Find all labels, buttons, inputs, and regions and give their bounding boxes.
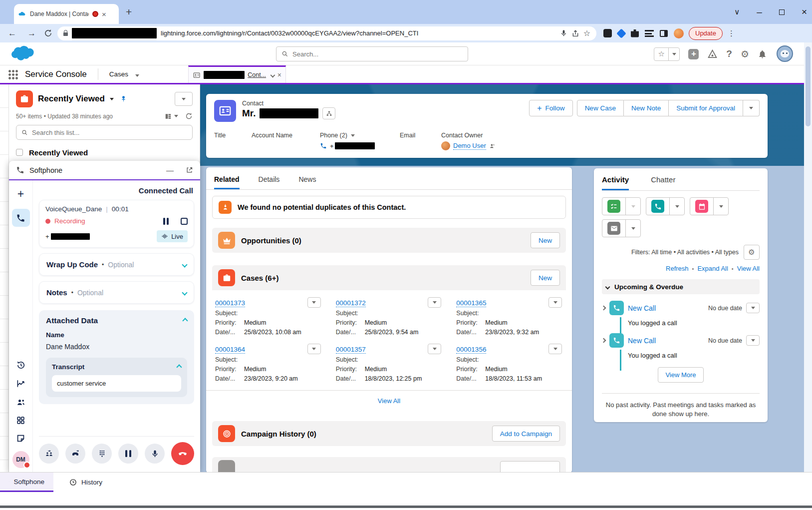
collapse-chevron-icon[interactable] (182, 318, 188, 323)
browser-scrollbar[interactable] (804, 42, 812, 510)
tab-close-icon[interactable]: × (277, 71, 281, 79)
new-note-button[interactable]: New Note (624, 100, 669, 116)
list-search[interactable] (16, 125, 193, 140)
tab-chatter[interactable]: Chatter (651, 175, 675, 190)
case-number-link[interactable]: 00001357 (336, 346, 366, 354)
cases-section-header[interactable]: Cases (6+) New (212, 265, 566, 290)
case-tile[interactable]: 00001373 Subject: Priority:Medium Date/.… (208, 293, 329, 340)
conference-button[interactable] (39, 444, 59, 464)
refresh-icon[interactable] (185, 112, 193, 120)
call-dropdown-button[interactable] (670, 198, 684, 215)
list-search-input[interactable] (32, 129, 187, 136)
url-text[interactable]: lightning.force.com/lightning/r/Contact/… (161, 29, 556, 37)
global-search[interactable] (276, 46, 468, 61)
email-dropdown-button[interactable] (626, 220, 640, 237)
cases-view-all-link[interactable]: View All (378, 397, 400, 405)
hold-button[interactable] (118, 444, 138, 464)
expand-chevron-icon[interactable] (601, 338, 606, 343)
case-row-menu-button[interactable] (428, 297, 441, 308)
more-actions-button[interactable] (743, 100, 760, 116)
owner-link[interactable]: Demo User (453, 142, 486, 150)
activity-title-link[interactable]: New Call (628, 337, 656, 345)
case-number-link[interactable]: 00001365 (456, 299, 486, 307)
pause-recording-button[interactable] (163, 218, 169, 225)
case-row-menu-button[interactable] (307, 344, 321, 354)
nav-caret[interactable] (135, 70, 139, 79)
activity-menu-button[interactable] (746, 303, 760, 313)
pin-icon[interactable] (120, 95, 127, 103)
workspace-tab-contact[interactable]: Cont... × (188, 65, 286, 83)
follow-button[interactable]: + Follow (529, 100, 572, 116)
extension-icon[interactable] (603, 29, 612, 37)
case-number-link[interactable]: 00001364 (215, 346, 245, 354)
expand-chevron-icon[interactable] (182, 262, 187, 267)
change-owner-icon[interactable] (489, 143, 496, 149)
new-call-plus-icon[interactable]: + (17, 188, 24, 200)
analytics-icon[interactable] (16, 379, 26, 389)
notes-section[interactable]: Notes • Optional (39, 281, 194, 304)
popout-icon[interactable] (186, 166, 193, 174)
campaign-history-title[interactable]: Campaign History (0) (241, 430, 316, 438)
notifications-bell-icon[interactable] (758, 49, 767, 59)
window-maximize-button[interactable] (779, 9, 785, 15)
scrollbar-thumb[interactable] (806, 46, 811, 126)
add-to-campaign-button[interactable]: Add to Campaign (492, 426, 560, 442)
back-button[interactable]: ← (5, 28, 19, 38)
case-tile[interactable]: 00001356 Subject: Priority:Medium Date/.… (449, 340, 570, 386)
opportunities-section[interactable]: Opportunities (0) New (212, 228, 566, 253)
nav-item-cases[interactable]: Cases (98, 70, 135, 78)
view-all-link[interactable]: View All (737, 265, 760, 272)
case-tile[interactable]: 00001357 Subject: Priority:Medium Date/.… (329, 340, 450, 386)
expand-chevron-icon[interactable] (601, 306, 606, 311)
list-row[interactable]: Recently Viewed (16, 147, 193, 158)
dialpad-button[interactable] (92, 444, 112, 464)
cases-title[interactable]: Cases (6+) (241, 274, 278, 282)
utility-tab-history[interactable]: History (60, 473, 111, 492)
case-row-menu-button[interactable] (428, 344, 441, 354)
tab-details[interactable]: Details (259, 175, 280, 189)
phone-caret-icon[interactable] (351, 134, 355, 137)
campaign-history-section[interactable]: Campaign History (0) Add to Campaign (212, 421, 566, 446)
new-event-button[interactable] (690, 198, 714, 215)
upcoming-overdue-section[interactable]: Upcoming & Overdue (602, 279, 760, 294)
next-section-partial[interactable] (212, 457, 566, 473)
help-icon[interactable]: ? (726, 48, 732, 59)
case-row-menu-button[interactable] (307, 297, 321, 308)
side-panel-icon[interactable] (660, 30, 668, 37)
wrap-up-code-section[interactable]: Wrap Up Code • Optional (39, 253, 194, 276)
row-checkbox[interactable] (16, 149, 23, 156)
favorites-star-icon[interactable]: ☆ (654, 48, 668, 60)
section-action-button[interactable] (500, 461, 560, 473)
extension-icon[interactable] (616, 28, 626, 38)
app-launcher-waffle-icon[interactable] (8, 69, 18, 79)
case-number-link[interactable]: 00001372 (336, 299, 366, 307)
window-minimize-button[interactable]: – (757, 6, 762, 17)
case-number-link[interactable]: 00001356 (456, 346, 486, 354)
refresh-link[interactable]: Refresh (666, 265, 689, 272)
list-view-menu-button[interactable] (175, 92, 193, 106)
opportunities-title[interactable]: Opportunities (0) (241, 236, 301, 245)
expand-chevron-icon[interactable] (182, 290, 187, 295)
utility-tab-softphone[interactable]: Softphone (0, 473, 53, 492)
favorites-caret[interactable] (668, 48, 679, 60)
global-actions-icon[interactable]: + (688, 49, 699, 59)
activity-title-link[interactable]: New Call (628, 304, 656, 312)
hierarchy-button[interactable] (322, 107, 335, 119)
agent-avatar[interactable]: DM (12, 451, 29, 468)
browser-tab[interactable]: Dane Maddox | Contact | Sal × (14, 4, 119, 24)
list-view-title[interactable]: Recently Viewed (38, 94, 105, 104)
chrome-update-button[interactable]: Update (689, 27, 723, 40)
tab-chevron-icon[interactable] (271, 72, 275, 77)
event-dropdown-button[interactable] (714, 198, 728, 215)
new-case-button[interactable]: New Case (577, 100, 624, 116)
tab-search-chevron-icon[interactable]: ∨ (734, 7, 740, 16)
case-tile[interactable]: 00001365 Subject: Priority:Medium Date/.… (449, 293, 570, 340)
url-bar[interactable]: lightning.force.com/lightning/r/Contact/… (57, 26, 596, 40)
case-tile[interactable]: 00001364 Subject: Priority:Medium Date/.… (208, 340, 329, 386)
extensions-puzzle-icon[interactable] (631, 29, 639, 37)
view-more-button[interactable]: View More (658, 367, 704, 383)
global-search-input[interactable] (292, 50, 463, 58)
app-name[interactable]: Service Console (25, 69, 87, 79)
activity-menu-button[interactable] (746, 335, 760, 346)
task-dropdown-button[interactable] (626, 198, 640, 215)
